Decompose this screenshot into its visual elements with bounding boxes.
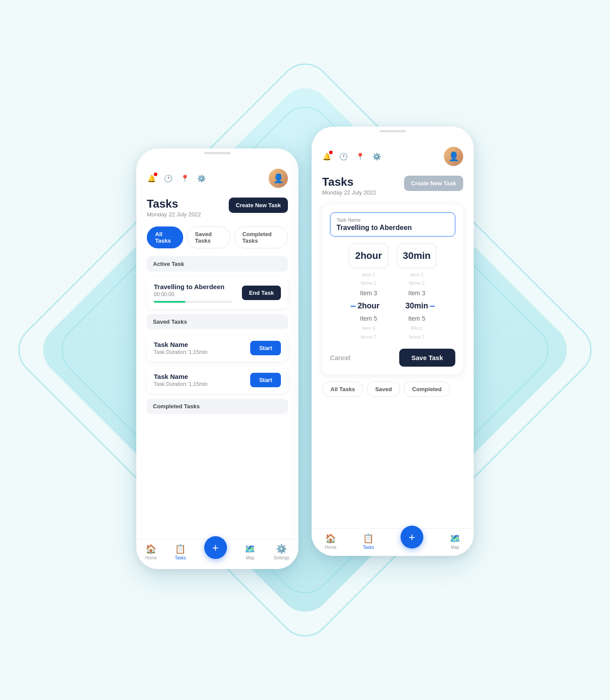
nav-map-right[interactable]: 🗺️ Map [450,533,461,550]
saved-task-duration-2: Task Duration: 1:15min [154,381,208,387]
hour-item-5: Item 5 [349,313,388,324]
saved-task-name-1: Task Name [154,341,208,348]
min-item-5: Item 5 [397,313,436,324]
task-name-input-group[interactable]: Task Name Travelling to Aberdeen [330,212,455,237]
notch-left [191,152,244,164]
min-drum-items: Item 1 Items 2 Item 3 30min Item 5 84cm [397,271,436,342]
tab-completed-right[interactable]: Completed [404,382,450,397]
saved-task-name-2: Task Name [154,373,208,380]
drum-line-right [430,306,435,307]
nav-map-label-left: Map [246,555,254,560]
clock-icon[interactable]: 🕐 [163,173,173,183]
tab-all-tasks-left[interactable]: All Tasks [147,226,183,248]
tab-all-tasks-right[interactable]: All Tasks [322,382,363,397]
settings-wheel-icon-right[interactable]: ⚙️ [372,152,382,161]
min-picker: 30min Item 1 Items 2 Item 3 30min [397,244,436,342]
saved-task-info-2: Task Name Task Duration: 1:15min [154,373,208,387]
tab-saved-right[interactable]: Saved [367,382,400,397]
hour-item-7: Items 7 [349,333,388,342]
saved-task-duration-1: Task Duration: 1:15min [154,349,208,355]
nav-tasks-right[interactable]: 📋 Tasks [363,533,374,550]
cancel-button[interactable]: Cancel [330,354,351,361]
clock-icon-right[interactable]: 🕐 [339,152,348,161]
nav-plus-right[interactable]: + [401,526,423,548]
drum-picker: 2hour Item 1 Items 2 Item 3 2hour [330,244,455,342]
tabs-right: All Tasks Saved Completed [322,382,463,397]
settings-wheel-icon[interactable]: ⚙️ [197,173,206,183]
nav-settings-label-left: Settings [273,555,289,560]
hour-item-2: Items 2 [349,279,388,288]
phone-left: 🔔 🕐 📍 ⚙️ 👤 Tasks Monday 22 July 2022 Cre… [136,148,298,569]
tab-saved-tasks-left[interactable]: Saved Tasks [187,226,231,248]
nav-home-right[interactable]: 🏠 Home [325,533,337,550]
create-task-button-right[interactable]: Create New Task [404,176,463,191]
active-task-timer: 00:00:00 [154,291,233,297]
bottom-nav-left: 🏠 Home 📋 Tasks + 🗺️ Map ⚙️ Settings [136,539,298,569]
phones-container: 🔔 🕐 📍 ⚙️ 👤 Tasks Monday 22 July 2022 Cre… [136,131,474,569]
create-task-button-left[interactable]: Create New Task [229,198,288,213]
location-icon-right[interactable]: 📍 [355,152,365,161]
active-task-name: Travelling to Aberdeen [154,283,233,290]
hour-drum-box[interactable]: 2hour [349,244,388,268]
notch-bar-left [204,152,231,154]
active-task-progress-fill [154,301,185,303]
nav-home-label-left: Home [145,555,157,560]
map-icon-right: 🗺️ [450,533,461,544]
page-date-left: Monday 22 July 2022 [147,211,201,218]
avatar-left: 👤 [269,169,288,188]
end-task-button[interactable]: End Task [242,286,281,300]
tab-completed-tasks-left[interactable]: Completed Tasks [234,226,288,248]
user-avatar-right: 👤 [444,147,463,166]
map-icon-left: 🗺️ [245,544,255,554]
active-task-progress-bar [154,301,233,303]
bell-icon-right[interactable]: 🔔 [322,152,332,161]
active-task-card: Travelling to Aberdeen 00:00:00 End Task [147,277,288,309]
bell-icon[interactable]: 🔔 [147,173,156,183]
min-item-7: Items 7 [397,333,436,342]
page-title-right: Tasks [322,176,376,188]
page-header-left: Tasks Monday 22 July 2022 Create New Tas… [147,198,288,218]
task-modal-card: Task Name Travelling to Aberdeen 2hour I… [322,205,463,375]
nav-tasks-left[interactable]: 📋 Tasks [175,544,186,560]
start-task-button-1[interactable]: Start [250,341,281,355]
phone-right: 🔔 🕐 📍 ⚙️ 👤 Tasks Monday 22 July 2022 Cre… [312,127,474,556]
location-icon[interactable]: 📍 [180,173,190,183]
avatar-right: 👤 [444,147,463,166]
hour-drum-items: Item 1 Items 2 Item 3 2hour Item 5 Item … [349,271,388,342]
drum-line-left [351,306,356,307]
tasks-icon-right: 📋 [363,533,374,544]
min-item-6: 84cm [397,324,436,333]
saved-tasks-section-header: Saved Tasks [147,314,288,329]
nav-home-left[interactable]: 🏠 Home [145,544,157,560]
nav-tasks-label-right: Tasks [363,545,374,550]
nav-plus-left[interactable]: + [204,536,227,559]
tabs-left: All Tasks Saved Tasks Completed Tasks [147,226,288,248]
start-task-button-2[interactable]: Start [250,373,281,387]
save-task-button[interactable]: Save Task [399,349,455,367]
hour-picker: 2hour Item 1 Items 2 Item 3 2hour [349,244,388,342]
min-item-1: Item 1 [397,271,436,279]
hour-item-6: Item 6 [349,324,388,333]
header-text-left: Tasks Monday 22 July 2022 [147,198,201,218]
active-task-section-header: Active Task [147,256,288,272]
status-bar-right: 🔔 🕐 📍 ⚙️ 👤 [312,142,474,169]
min-item-3: Item 3 [397,288,436,299]
nav-settings-left[interactable]: ⚙️ Settings [273,544,289,560]
active-task-info: Travelling to Aberdeen 00:00:00 [154,283,233,303]
nav-tasks-label-left: Tasks [175,555,186,560]
min-item-2: Items 2 [397,279,436,288]
page-date-right: Monday 22 July 2022 [322,189,376,196]
saved-task-info-1: Task Name Task Duration: 1:15min [154,341,208,355]
min-selected-row: 30min [397,299,436,313]
phone-body-right: Tasks Monday 22 July 2022 Create New Tas… [312,169,474,412]
saved-task-card-1: Task Name Task Duration: 1:15min Start [147,335,288,361]
task-name-label: Task Name [337,217,449,223]
bottom-nav-right: 🏠 Home 📋 Tasks + 🗺️ Map [312,528,474,556]
modal-actions: Cancel Save Task [330,349,455,367]
task-name-value: Travelling to Aberdeen [337,224,449,232]
page-title-left: Tasks [147,198,201,210]
nav-map-left[interactable]: 🗺️ Map [245,544,255,560]
min-drum-box[interactable]: 30min [397,244,436,268]
hour-item-1: Item 1 [349,271,388,279]
hour-selected-row: 2hour [349,299,388,313]
